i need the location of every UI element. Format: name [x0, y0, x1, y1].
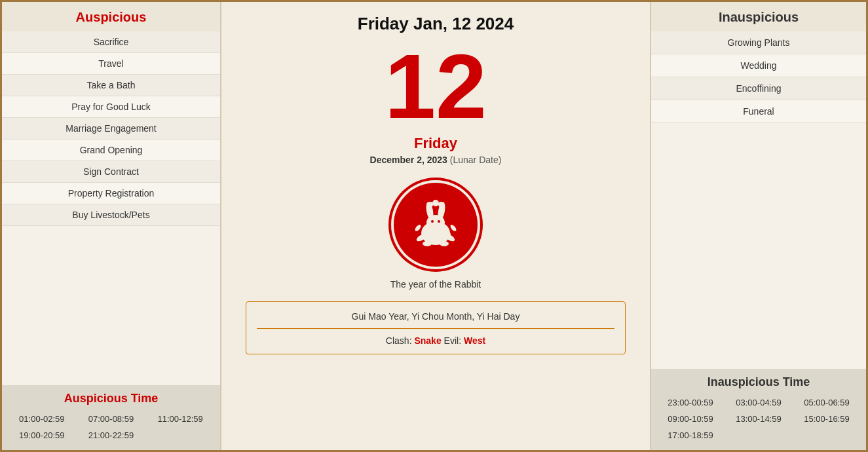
inauspicious-list-item: Growing Plants	[651, 31, 866, 54]
lunar-date: December 2, 2023 (Lunar Date)	[370, 155, 502, 165]
auspicious-section: Auspicious SacrificeTravelTake a BathPra…	[2, 2, 220, 385]
inauspicious-time-grid: 23:00-00:5903:00-04:5905:00-06:5909:00-1…	[651, 396, 866, 442]
auspicious-list-item: Marriage Engagement	[2, 118, 220, 140]
right-panel: Inauspicious Growing PlantsWeddingEncoff…	[650, 2, 866, 450]
auspicious-time-section: Auspicious Time 01:00-02:5907:00-08:5911…	[2, 385, 220, 450]
clash-prefix: Clash:	[386, 335, 415, 346]
svg-point-14	[428, 202, 433, 207]
inauspicious-time-slot: 05:00-06:59	[793, 396, 861, 409]
inauspicious-title: Inauspicious	[651, 2, 866, 31]
svg-point-13	[432, 200, 439, 206]
inauspicious-time-slot: 09:00-10:59	[656, 412, 725, 426]
clash-animal: Snake	[414, 335, 441, 346]
auspicious-time-slot: 19:00-20:59	[8, 428, 77, 442]
inauspicious-time-slot: 17:00-18:59	[656, 428, 725, 442]
auspicious-time-slot: 07:00-08:59	[77, 412, 145, 426]
auspicious-time-slot: 21:00-22:59	[77, 428, 145, 442]
inauspicious-time-title: Inauspicious Time	[651, 375, 866, 389]
inauspicious-time-slot: 23:00-00:59	[656, 396, 725, 409]
inauspicious-list-item: Encoffining	[651, 77, 866, 100]
auspicious-list-item: Sacrifice	[2, 31, 220, 53]
center-panel: Friday Jan, 12 2024 12 Friday December 2…	[221, 2, 650, 450]
inauspicious-section: Inauspicious Growing PlantsWeddingEncoff…	[651, 2, 866, 369]
svg-point-15	[438, 202, 443, 207]
zodiac-label: The year of the Rabbit	[390, 279, 481, 290]
auspicious-time-slot	[146, 428, 215, 442]
day-name: Friday	[414, 135, 457, 152]
inauspicious-time-section: Inauspicious Time 23:00-00:5903:00-04:59…	[651, 369, 866, 450]
svg-point-18	[444, 231, 451, 238]
svg-point-7	[431, 220, 434, 223]
inauspicious-list-item: Funeral	[651, 100, 866, 123]
auspicious-time-slot: 11:00-12:59	[146, 412, 215, 426]
auspicious-time-title: Auspicious Time	[2, 392, 220, 405]
inauspicious-list: Growing PlantsWeddingEncoffiningFuneral	[651, 31, 866, 123]
auspicious-list-item: Grand Opening	[2, 140, 220, 161]
inauspicious-time-slot	[793, 428, 861, 442]
auspicious-list-item: Take a Bath	[2, 75, 220, 96]
date-title: Friday Jan, 12 2024	[358, 14, 514, 34]
inauspicious-list-item: Wedding	[651, 54, 866, 77]
zodiac-image	[387, 176, 485, 274]
auspicious-list-item: Property Registration	[2, 183, 220, 204]
day-number: 12	[385, 41, 487, 132]
svg-point-16	[423, 241, 432, 246]
auspicious-list-item: Pray for Good Luck	[2, 96, 220, 118]
info-line1: Gui Mao Year, Yi Chou Month, Yi Hai Day	[257, 311, 614, 329]
auspicious-list-item: Travel	[2, 53, 220, 75]
auspicious-list-item: Sign Contract	[2, 161, 220, 183]
svg-point-8	[438, 220, 440, 223]
inauspicious-time-slot	[725, 428, 793, 442]
info-line2: Clash: Snake Evil: West	[257, 335, 614, 346]
clash-direction: West	[464, 335, 485, 346]
svg-point-17	[440, 241, 449, 246]
auspicious-title: Auspicious	[2, 2, 220, 31]
clash-evil-prefix: Evil:	[442, 335, 464, 346]
inauspicious-time-slot: 03:00-04:59	[725, 396, 793, 409]
left-panel: Auspicious SacrificeTravelTake a BathPra…	[2, 2, 221, 450]
info-box: Gui Mao Year, Yi Chou Month, Yi Hai Day …	[246, 301, 626, 354]
auspicious-time-slot: 01:00-02:59	[8, 412, 77, 426]
inauspicious-time-slot: 13:00-14:59	[725, 412, 793, 426]
auspicious-time-grid: 01:00-02:5907:00-08:5911:00-12:5919:00-2…	[2, 412, 220, 442]
inauspicious-time-slot: 15:00-16:59	[793, 412, 861, 426]
auspicious-list: SacrificeTravelTake a BathPray for Good …	[2, 31, 220, 226]
auspicious-list-item: Buy Livestock/Pets	[2, 204, 220, 226]
